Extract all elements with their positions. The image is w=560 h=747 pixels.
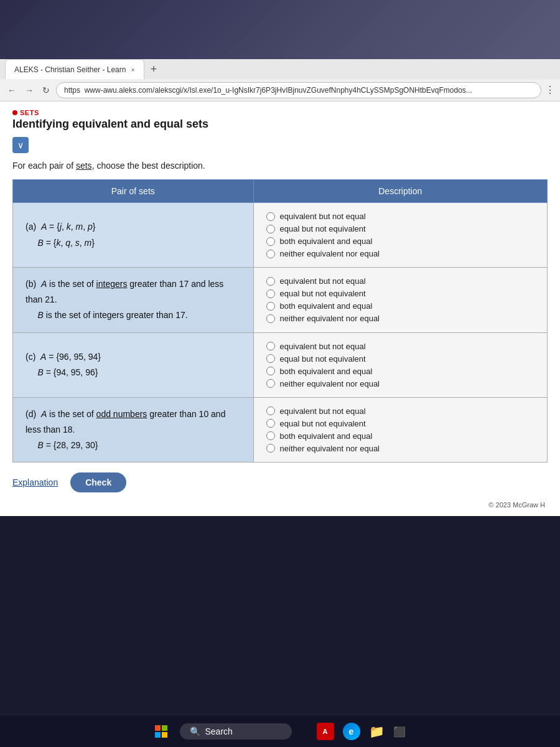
radio-c-2[interactable] (266, 354, 275, 363)
svg-rect-1 (162, 725, 167, 731)
menu-icon[interactable]: ⋮ (545, 84, 555, 96)
sets-table: Pair of sets Description (a) A = {j, k, … (12, 179, 548, 463)
new-tab-button[interactable]: + (147, 63, 161, 76)
table-row: (b) A is the set of integers greater tha… (13, 268, 548, 333)
windows-icon (155, 725, 167, 738)
desc-cell-c: equivalent but not equal equal but not e… (253, 332, 547, 397)
radio-a-3[interactable] (266, 237, 275, 246)
radio-d-1[interactable] (266, 406, 275, 415)
pair-cell-d: (d) A is the set of odd numbers greater … (13, 397, 254, 463)
check-button[interactable]: Check (70, 472, 126, 492)
pair-d-line2: B = {28, 29, 30} (26, 440, 98, 450)
col-desc-header: Description (253, 180, 547, 203)
radio-item[interactable]: neither equivalent nor equal (266, 314, 534, 323)
radio-b-3[interactable] (266, 302, 275, 311)
set-expr-c: (c) A = {96, 95, 94} B = {94, 95, 96} (26, 349, 241, 380)
back-button[interactable]: ← (5, 84, 19, 96)
radio-group-d: equivalent but not equal equal but not e… (266, 406, 534, 453)
taskbar-icons: A e 📁 ⬛ (317, 723, 406, 740)
desc-cell-a: equivalent but not equal equal but not e… (253, 203, 547, 268)
main-content: SETS Identifying equivalent and equal se… (0, 101, 560, 516)
windows-start[interactable] (155, 725, 167, 738)
radio-a-1[interactable] (266, 212, 275, 221)
pair-d-line1: (d) A is the set of odd numbers greater … (26, 409, 225, 435)
table-row: (a) A = {j, k, m, p} B = {k, q, s, m} eq… (13, 203, 548, 268)
tab-title: ALEKS - Christian Seither - Learn (14, 65, 126, 74)
radio-c-1[interactable] (266, 342, 275, 350)
integers-link[interactable]: integers (96, 279, 128, 289)
aleks-taskbar-icon[interactable]: A (317, 723, 334, 740)
svg-rect-3 (162, 732, 167, 738)
radio-item[interactable]: equivalent but not equal (266, 212, 534, 221)
pair-c-line2: B = {94, 95, 96} (26, 367, 98, 377)
desc-cell-d: equivalent but not equal equal but not e… (253, 397, 547, 463)
edge-taskbar-icon[interactable]: e (343, 723, 360, 740)
tab-bar: ALEKS - Christian Seither - Learn × + (0, 59, 560, 79)
radio-item[interactable]: neither equivalent nor equal (266, 444, 534, 453)
radio-item[interactable]: neither equivalent nor equal (266, 379, 534, 388)
radio-item[interactable]: both equivalent and equal (266, 237, 534, 246)
pair-a-line2: B = {k, q, s, m} (26, 238, 95, 248)
tab-close-button[interactable]: × (131, 66, 134, 73)
table-header-row: Pair of sets Description (13, 180, 548, 203)
sets-link[interactable]: sets (76, 161, 92, 171)
svg-rect-0 (155, 725, 161, 731)
pair-cell-a: (a) A = {j, k, m, p} B = {k, q, s, m} (13, 203, 254, 268)
set-expr-a: (a) A = {j, k, m, p} B = {k, q, s, m} (26, 219, 241, 250)
radio-item[interactable]: equivalent but not equal (266, 276, 534, 286)
radio-a-2[interactable] (266, 225, 275, 233)
col-pair-header: Pair of sets (13, 180, 254, 203)
svg-rect-2 (155, 732, 161, 738)
explanation-button[interactable]: Explanation (12, 477, 58, 487)
radio-b-1[interactable] (266, 277, 275, 286)
pair-c-line1: (c) A = {96, 95, 94} (26, 352, 101, 362)
address-input[interactable] (56, 82, 541, 98)
copyright-text: © 2023 McGraw H (12, 501, 548, 509)
radio-item[interactable]: equivalent but not equal (266, 342, 534, 351)
search-icon: 🔍 (190, 726, 200, 736)
sets-dot (12, 110, 17, 115)
pair-a-line1: (a) A = {j, k, m, p} (26, 222, 96, 232)
pair-cell-b: (b) A is the set of integers greater tha… (13, 268, 254, 333)
radio-d-2[interactable] (266, 419, 275, 428)
address-bar-row: ← → ↻ ⋮ (0, 79, 560, 101)
sets-label: SETS (12, 109, 548, 116)
radio-item[interactable]: equivalent but not equal (266, 406, 534, 416)
radio-item[interactable]: equal but not equivalent (266, 354, 534, 364)
taskbar: 🔍 Search A e 📁 ⬛ (0, 716, 560, 747)
page-title: Identifying equivalent and equal sets (12, 118, 548, 131)
radio-item[interactable]: equal but not equivalent (266, 419, 534, 428)
radio-group-a: equivalent but not equal equal but not e… (266, 212, 534, 258)
radio-item[interactable]: both equivalent and equal (266, 367, 534, 376)
set-expr-d: (d) A is the set of odd numbers greater … (26, 406, 241, 454)
radio-d-3[interactable] (266, 431, 275, 440)
extra-taskbar-icon[interactable]: ⬛ (393, 726, 406, 738)
active-tab[interactable]: ALEKS - Christian Seither - Learn × (5, 59, 144, 79)
radio-group-c: equivalent but not equal equal but not e… (266, 342, 534, 388)
radio-item[interactable]: equal but not equivalent (266, 289, 534, 298)
radio-d-4[interactable] (266, 444, 275, 453)
search-label: Search (205, 726, 233, 736)
file-taskbar-icon[interactable]: 📁 (369, 724, 385, 739)
radio-group-b: equivalent but not equal equal but not e… (266, 276, 534, 323)
radio-item[interactable]: equal but not equivalent (266, 224, 534, 233)
collapse-button[interactable]: ∨ (12, 137, 29, 153)
browser-chrome: ALEKS - Christian Seither - Learn × + ← … (0, 59, 560, 101)
pair-cell-c: (c) A = {96, 95, 94} B = {94, 95, 96} (13, 332, 254, 397)
radio-item[interactable]: neither equivalent nor equal (266, 249, 534, 258)
radio-c-3[interactable] (266, 367, 275, 375)
radio-item[interactable]: both equivalent and equal (266, 431, 534, 441)
radio-c-4[interactable] (266, 379, 275, 388)
table-row: (c) A = {96, 95, 94} B = {94, 95, 96} eq… (13, 332, 548, 397)
forward-button[interactable]: → (22, 84, 36, 96)
refresh-button[interactable]: ↻ (40, 84, 52, 96)
pair-b-line1: (b) A is the set of integers greater tha… (26, 279, 223, 304)
radio-b-2[interactable] (266, 289, 275, 298)
radio-b-4[interactable] (266, 314, 275, 323)
table-row: (d) A is the set of odd numbers greater … (13, 397, 548, 463)
radio-item[interactable]: both equivalent and equal (266, 301, 534, 311)
odd-numbers-link[interactable]: odd numbers (96, 409, 147, 419)
radio-a-4[interactable] (266, 250, 275, 258)
taskbar-search-box[interactable]: 🔍 Search (180, 723, 292, 740)
set-expr-b: (b) A is the set of integers greater tha… (26, 276, 241, 324)
